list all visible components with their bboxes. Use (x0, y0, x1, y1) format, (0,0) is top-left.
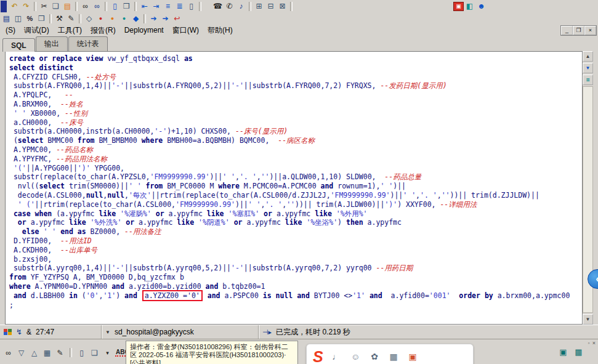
tray-icon-1[interactable]: ▣ (557, 347, 569, 357)
code-line[interactable]: else ' ' end as BZ0000, --用法备注 (9, 227, 582, 237)
code-line[interactable]: a.CH0000, --床号 (9, 118, 582, 127)
doc-icon[interactable]: ▯ (76, 347, 87, 358)
grid-view-icon[interactable]: ⊞ (253, 1, 265, 12)
tray-icon-2[interactable]: ▦ (573, 347, 584, 357)
code-line[interactable]: select distinct (9, 63, 582, 73)
code-line[interactable]: ; (9, 301, 582, 310)
code-line[interactable]: A.YPMC00, --药品名称 (9, 145, 582, 155)
restore-button[interactable]: ❐ (573, 26, 584, 35)
book-icon[interactable]: ❒ (36, 14, 47, 24)
code-line[interactable]: A.BRXM00, --姓名 (9, 100, 582, 109)
indent-icon[interactable]: ⇥ (150, 1, 162, 12)
doc-copy-icon[interactable]: ❏ (89, 347, 100, 358)
scroll-up-button[interactable]: ▲ (583, 51, 593, 62)
voice-icon[interactable]: ♩ (331, 352, 342, 362)
cut-icon[interactable]: ✂ (38, 1, 50, 12)
grid-minus-icon[interactable]: ⊟ (265, 1, 277, 12)
dropdown-caret-icon[interactable]: ▾ (102, 347, 113, 358)
new-doc-icon[interactable]: ❒ (121, 1, 132, 12)
code-line[interactable]: from YF_YZYPSQ A, BM_YD0000 D,bq_yzcfmx … (9, 273, 582, 282)
save-icon[interactable]: ◫ (12, 14, 24, 24)
outdent-icon[interactable]: ⇤ (139, 1, 150, 12)
printer-icon[interactable]: ▤ (1, 14, 12, 24)
toggle-icon[interactable]: ◧ (464, 1, 475, 12)
step-arrow-icon[interactable]: ➔ (160, 14, 171, 24)
close-button[interactable]: × (584, 26, 596, 35)
edit-pencil-icon[interactable]: ✎ (55, 347, 65, 358)
pin-icon[interactable]: ◦ (588, 340, 590, 346)
code-area[interactable]: create or replace view vw_yf_qtbqxx_dsql… (5, 51, 583, 325)
copy-icon[interactable]: ❏ (50, 1, 62, 12)
menu-item-session[interactable]: (S) (1, 25, 20, 35)
ime-grid-icon[interactable]: ▦ (388, 352, 400, 362)
user-icon[interactable]: ☻ (475, 1, 487, 12)
code-line[interactable]: b.zxsj00, (9, 255, 582, 264)
code-line[interactable]: substrb(A.FYRQ00,1,4)||'-'||substrb(A.FY… (9, 81, 582, 91)
face-icon[interactable]: ☺ (350, 352, 362, 362)
triangle-up-icon[interactable]: △ (29, 347, 39, 358)
nav-down-icon[interactable]: ▼ (583, 63, 593, 73)
sogou-logo[interactable]: S (313, 349, 323, 364)
binoculars-icon[interactable]: ∞ (3, 347, 14, 358)
undo-icon[interactable]: ↶ (9, 1, 20, 12)
export-doc-icon[interactable]: ▯ (109, 1, 121, 12)
document-icon[interactable]: ▯ (185, 1, 197, 12)
menu-item-debug[interactable]: 调试(D) (20, 25, 54, 36)
skin-icon[interactable]: ✿ (369, 352, 381, 362)
run-arrow-icon[interactable]: ➔ (148, 14, 160, 24)
code-line[interactable]: nvl((select trim(SM0000)||' ' from BM_PC… (9, 182, 582, 191)
code-line[interactable]: and d.LBBH00 in ('0','1') and a.YZXZ00 =… (9, 291, 582, 301)
find-icon[interactable]: ∞ (79, 1, 91, 12)
code-line[interactable]: decode(A.CSL000,null,null,'每次'||rtrim(re… (9, 191, 582, 200)
minimize-button[interactable]: _ (561, 26, 573, 35)
connection-name[interactable]: sd_hospital@pagkyycsk (115, 328, 194, 336)
orange-dot-icon[interactable]: ● (107, 14, 118, 24)
connection-dropdown-icon[interactable]: ▼ (105, 330, 110, 335)
code-line[interactable]: case when (a.ypyfmc like '%灌肠%' or a.ypy… (9, 209, 582, 219)
code-line[interactable]: create or replace view vw_yf_qtbqxx_dsql… (9, 54, 582, 63)
menu-item-deployment[interactable]: Deployment (120, 25, 168, 35)
code-line[interactable]: D.YFID00, --用法ID (9, 237, 582, 246)
tab-statistics[interactable]: 统计表 (68, 36, 108, 51)
grid-icon[interactable]: ▦ (42, 347, 52, 358)
pencil-icon[interactable]: ✎ (65, 14, 77, 24)
stop-icon[interactable]: ▣ (453, 2, 464, 11)
phone-icon[interactable]: ☎ (212, 1, 224, 12)
triangle-down-icon[interactable]: ▽ (16, 347, 26, 358)
menu-item-report[interactable]: 报告(R) (86, 25, 120, 36)
menu-item-help[interactable]: 帮助(H) (203, 25, 237, 36)
align-block-icon[interactable]: ≣ (174, 1, 185, 12)
menu-item-tools[interactable]: 工具(T) (54, 25, 86, 36)
teal-dot-icon[interactable]: ● (118, 14, 130, 24)
hammer-icon[interactable]: ⚒ (54, 14, 65, 24)
code-line[interactable]: A.YPQLPC, -- (9, 91, 582, 100)
grid-cross-icon[interactable]: ⊠ (277, 1, 288, 12)
code-line[interactable]: A.CKDH00, --出库单号 (9, 246, 582, 255)
rollback-arrow-icon[interactable]: ↩ (171, 14, 183, 24)
code-line[interactable]: A.YPYFMC, --药品用法名称 (9, 155, 582, 164)
code-line[interactable]: (select BMMC00 from BM_BMBM00 where BMBH… (9, 136, 582, 145)
panel-close-icon[interactable]: × (592, 340, 596, 346)
paste-icon[interactable]: ▤ (62, 1, 73, 12)
code-line[interactable]: substrb(a.CH0000,instrb(a.CH0000,'-')+1,… (9, 127, 582, 136)
menu-item-window[interactable]: 窗口(W) (168, 25, 203, 36)
stack-icon[interactable]: ≣ (583, 75, 593, 85)
scroll-down-button[interactable]: ▼ (583, 314, 593, 325)
callback-icon[interactable]: ✆ (224, 1, 235, 12)
toolbox-icon[interactable]: ▣ (407, 352, 419, 362)
code-line[interactable]: '('||A.YPGG00||')' YPGG00, (9, 164, 582, 173)
code-line[interactable]: substr(replace(to_char(A.YPZSL0,'FM99999… (9, 172, 582, 182)
tab-output[interactable]: 输出 (36, 36, 68, 51)
code-line[interactable]: ' ('||rtrim(replace(to_char(A.CSL000,'FM… (9, 200, 582, 209)
code-line[interactable]: where A.YPNM00=D.YPNM00 and a.yzid00=b.y… (9, 282, 582, 291)
percent-glasses-icon[interactable]: % (24, 14, 36, 24)
blue-diamond-icon[interactable]: ◆ (130, 14, 142, 24)
code-line[interactable]: substrb(A.yyrq00,1,4)||'-'||substrb(A.yy… (9, 264, 582, 273)
align-left-icon[interactable]: ≡ (162, 1, 174, 12)
red-dot-icon[interactable]: ● (95, 14, 107, 24)
code-line[interactable]: A.CFYZID CFLSH0, --处方号 (9, 73, 582, 82)
tab-sql[interactable]: SQL (2, 38, 35, 52)
redo-icon[interactable]: ↷ (20, 1, 32, 12)
find-next-icon[interactable]: ∞ (91, 1, 103, 12)
code-line[interactable]: or a.ypyfmc like '%外洗%' or a.ypyfmc like… (9, 218, 582, 227)
